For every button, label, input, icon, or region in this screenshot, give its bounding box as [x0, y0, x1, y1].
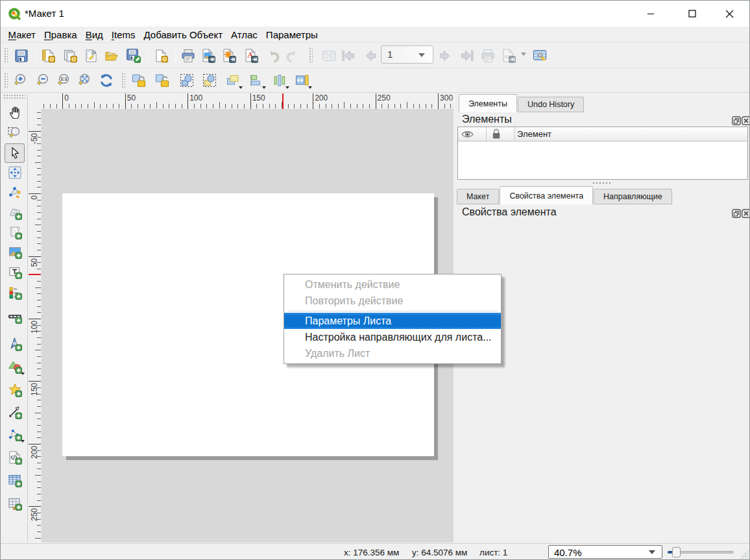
- menu-items[interactable]: Items: [107, 27, 139, 42]
- add-arrow-button[interactable]: [5, 402, 25, 422]
- pan-icon: [7, 104, 23, 120]
- tab-undo-history[interactable]: Undo History: [518, 97, 584, 112]
- raise-selected-items-button[interactable]: [223, 71, 243, 90]
- context-menu-item-manage-guides-for-page[interactable]: Настройка направляющих для листа...: [284, 329, 501, 345]
- toolbar-grip[interactable]: [122, 73, 125, 89]
- menu-атлас[interactable]: Атлас: [227, 27, 262, 42]
- menu-правка[interactable]: Правка: [40, 27, 81, 42]
- add-items-from-template-button[interactable]: [102, 46, 121, 66]
- menu-вид[interactable]: Вид: [81, 27, 107, 42]
- zoom-slider-handle[interactable]: [672, 547, 681, 557]
- window-resize-grip[interactable]: [740, 550, 748, 559]
- add-node-item-button[interactable]: [5, 424, 25, 444]
- toolbar-grip[interactable]: [309, 48, 313, 64]
- ruler-tick: [37, 306, 42, 307]
- distribute-selected-items-button[interactable]: [270, 71, 289, 90]
- print-layout-button[interactable]: [178, 46, 198, 66]
- add-picture-button[interactable]: [5, 242, 25, 262]
- export-as-pdf-button[interactable]: A: [241, 46, 261, 66]
- tab-layout[interactable]: Макет: [457, 189, 499, 204]
- close-panel-icon[interactable]: [742, 116, 750, 125]
- ruler-tick: [344, 102, 345, 108]
- atlas-page-combo[interactable]: 1: [381, 45, 433, 64]
- tab-item-properties[interactable]: Свойства элемента: [500, 186, 593, 204]
- resize-selected-items-button[interactable]: [293, 71, 312, 90]
- close-panel-icon[interactable]: [742, 209, 750, 218]
- zoom-out-button[interactable]: [34, 71, 54, 90]
- page-context-menu: Отменить действиеПовторить действиеПарам…: [284, 274, 502, 364]
- zoom-slider[interactable]: [668, 547, 734, 557]
- float-panel-icon[interactable]: [732, 209, 741, 218]
- toolbox-grip[interactable]: [4, 95, 25, 99]
- lock-selected-items-button[interactable]: [129, 71, 149, 90]
- panel-splitter[interactable]: [454, 180, 750, 186]
- select-move-item-button[interactable]: [5, 143, 25, 163]
- toolbar-separator: [35, 49, 36, 63]
- add-html-frame-button[interactable]: [5, 448, 25, 467]
- edit-nodes-item-button[interactable]: [5, 182, 25, 202]
- page-readout: лист: 1: [479, 548, 507, 557]
- add-scalebar-button[interactable]: [5, 307, 25, 326]
- duplicate-layout-button[interactable]: [60, 46, 80, 66]
- context-menu-item-redo-action: Повторить действие: [284, 293, 501, 309]
- select-all-items-button[interactable]: [177, 71, 197, 90]
- ruler-tick: [37, 118, 42, 119]
- layout-manager-button[interactable]: [82, 46, 101, 66]
- ruler-tick: [138, 104, 138, 108]
- zoom-actual-size-button[interactable]: 1:1: [55, 71, 75, 90]
- add-shape-button[interactable]: [5, 357, 25, 376]
- ruler-tick: [407, 102, 407, 108]
- zoom-full-extent-button[interactable]: [76, 71, 95, 90]
- add-shape-icon: [7, 359, 23, 374]
- pan-layout-button[interactable]: [5, 103, 25, 122]
- maximize-button[interactable]: [677, 1, 707, 27]
- export-atlas-dropdown-icon[interactable]: [521, 53, 526, 56]
- menu-параметры[interactable]: Параметры: [261, 27, 322, 42]
- menu-добавить-объект[interactable]: Добавить Объект: [139, 27, 227, 42]
- tab-guides[interactable]: Направляющие: [594, 189, 672, 204]
- align-selected-items-button[interactable]: [247, 71, 266, 90]
- move-item-content-button[interactable]: [5, 163, 25, 182]
- ruler-tick: [394, 104, 395, 108]
- save-as-template-button[interactable]: [124, 46, 143, 66]
- context-menu-item-page-properties[interactable]: Параметры Листа: [284, 313, 501, 329]
- zoom-in-button[interactable]: [12, 71, 31, 90]
- zoom-tool-button[interactable]: [5, 123, 25, 143]
- ruler-tick: [206, 104, 207, 108]
- add-fixed-table-button[interactable]: [5, 494, 25, 513]
- redo-icon: [285, 48, 301, 64]
- add-map-button[interactable]: [5, 223, 25, 242]
- ruler-tick: [29, 131, 42, 132]
- export-as-svg-button[interactable]: [219, 46, 239, 66]
- add-3d-map-button[interactable]: [5, 203, 25, 223]
- add-pages-button[interactable]: [151, 46, 171, 66]
- items-list[interactable]: Элемент: [457, 127, 748, 180]
- add-label-button[interactable]: [5, 262, 25, 282]
- new-layout-button[interactable]: [38, 46, 58, 66]
- context-menu-separator: [287, 311, 498, 311]
- export-as-image-button[interactable]: [199, 46, 218, 66]
- menu-макет[interactable]: Макет: [4, 27, 40, 42]
- ruler-tick: [275, 104, 276, 108]
- save-project-button[interactable]: [12, 46, 31, 66]
- select-all-icon: [179, 73, 195, 88]
- dropdown-corner-icon: [285, 86, 289, 89]
- toolbar-grip[interactable]: [5, 48, 8, 64]
- zoom-level-combo[interactable]: 40.7%: [548, 545, 662, 559]
- export-image-icon: [200, 48, 216, 64]
- refresh-view-button[interactable]: [97, 71, 116, 90]
- minimize-button[interactable]: [635, 1, 666, 27]
- close-button[interactable]: [714, 1, 745, 27]
- tab-items[interactable]: Элементы: [459, 94, 517, 112]
- unlock-all-items-button[interactable]: [152, 71, 172, 90]
- add-marker-button[interactable]: [5, 380, 25, 400]
- vertical-ruler: -50050100150200250: [29, 109, 42, 542]
- atlas-settings-button[interactable]: [530, 46, 550, 66]
- add-north-arrow-button[interactable]: N: [5, 334, 25, 354]
- float-icon: [732, 209, 741, 218]
- add-attribute-table-button[interactable]: [5, 470, 25, 490]
- float-panel-icon[interactable]: [732, 116, 741, 125]
- add-legend-button[interactable]: [5, 283, 25, 302]
- deselect-all-items-button[interactable]: [200, 71, 219, 90]
- toolbar-grip[interactable]: [5, 73, 8, 89]
